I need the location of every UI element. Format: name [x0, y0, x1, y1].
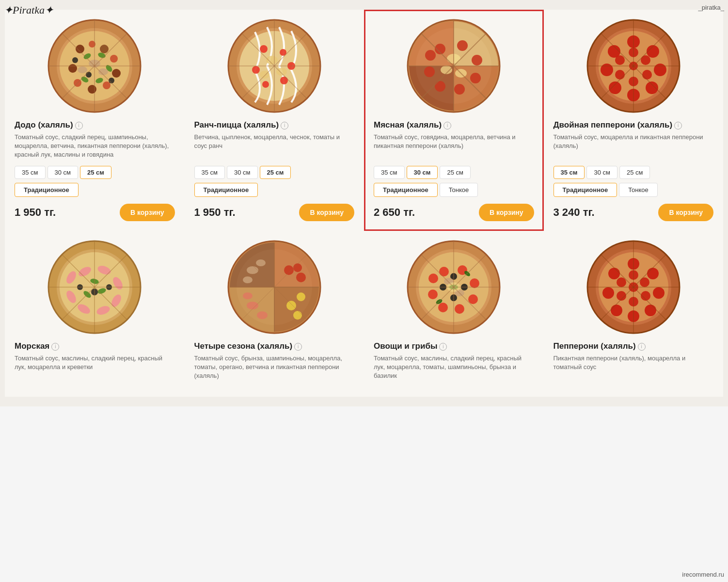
svg-point-105: [284, 265, 294, 275]
pizza-desc-meat: Томатный соус, говядина, моцарелла, ветч…: [374, 133, 534, 160]
svg-point-18: [78, 66, 87, 73]
svg-point-52: [425, 50, 436, 61]
size-buttons-ranch: 35 см30 см25 см: [194, 166, 291, 179]
svg-point-51: [424, 66, 435, 77]
pizza-price-ranch: 1 950 тг.: [194, 206, 236, 219]
pizza-name-veggie: Овощи и грибы: [374, 341, 437, 351]
svg-point-155: [602, 287, 614, 299]
svg-point-11: [68, 64, 77, 73]
svg-point-115: [297, 292, 305, 301]
cart-btn-pepperoni-double[interactable]: В корзину: [658, 204, 713, 221]
crust-buttons-meat: ТрадиционноеТонкое: [374, 183, 478, 197]
svg-point-6: [110, 55, 118, 63]
svg-point-114: [286, 301, 296, 310]
pizza-desc-dodo: Томатный соус, сладкий перец, шампиньоны…: [15, 133, 175, 160]
svg-point-107: [293, 263, 302, 272]
pizza-name-sea: Морская: [15, 341, 49, 351]
crust-btn-pepperoni-double-1[interactable]: Тонкое: [619, 183, 658, 197]
info-icon-pepperoni-double[interactable]: i: [674, 122, 682, 129]
pizza-image-veggie: [374, 239, 534, 336]
pizza-card-dodo: Додо (халяль)iТоматный соус, сладкий пер…: [5, 10, 185, 231]
svg-point-152: [645, 305, 656, 316]
pizza-image-pepperoni-double: [554, 17, 714, 114]
pizza-card-pepperoni-double: Двойная пепперони (халяль)iТоматный соус…: [544, 10, 724, 231]
svg-point-108: [247, 266, 258, 274]
svg-point-68: [609, 81, 621, 94]
svg-point-150: [647, 268, 659, 279]
svg-point-154: [611, 305, 622, 316]
svg-point-47: [472, 55, 482, 65]
pizza-desc-four-seasons: Томатный соус, брынза, шампиньоны, моцар…: [194, 354, 355, 381]
pizza-name-meat: Мясная (халяль): [374, 120, 442, 129]
svg-point-156: [608, 268, 620, 279]
info-icon-sea[interactable]: i: [51, 343, 59, 351]
svg-point-30: [260, 45, 268, 53]
size-btn-ranch-1[interactable]: 30 см: [227, 166, 258, 179]
watermark-top-left: ✦Piratka✦: [4, 4, 53, 16]
svg-point-21: [72, 57, 78, 63]
pizza-card-veggie: Овощи и грибыiТоматный соус, маслины, сл…: [364, 231, 544, 397]
crust-buttons-ranch: Традиционное: [194, 183, 258, 197]
info-icon-pepperoni[interactable]: i: [638, 343, 646, 351]
size-btn-dodo-2[interactable]: 25 см: [80, 166, 111, 179]
crust-btn-dodo-0[interactable]: Традиционное: [15, 183, 79, 197]
size-btn-ranch-2[interactable]: 25 см: [260, 166, 291, 179]
size-btn-pepperoni-double-1[interactable]: 30 см: [586, 166, 617, 179]
size-btn-pepperoni-double-2[interactable]: 25 см: [619, 166, 650, 179]
crust-btn-ranch-0[interactable]: Традиционное: [194, 183, 258, 197]
crust-buttons-pepperoni-double: ТрадиционноеТонкое: [554, 183, 658, 197]
crust-btn-pepperoni-double-0[interactable]: Традиционное: [554, 183, 617, 197]
svg-point-46: [457, 40, 468, 51]
info-icon-dodo[interactable]: i: [75, 122, 83, 129]
svg-point-20: [86, 72, 92, 78]
price-row-meat: 2 650 тг.В корзину: [374, 204, 534, 221]
pizza-image-sea: [15, 239, 175, 336]
svg-point-69: [601, 64, 613, 76]
size-btn-meat-0[interactable]: 35 см: [374, 166, 405, 179]
cart-btn-dodo[interactable]: В корзину: [120, 204, 175, 221]
size-btn-dodo-0[interactable]: 35 см: [15, 166, 46, 179]
svg-point-66: [646, 81, 658, 94]
svg-point-65: [654, 64, 666, 76]
pizza-price-pepperoni-double: 3 240 тг.: [554, 206, 595, 219]
pizza-name-ranch: Ранч-пицца (халяль): [194, 120, 279, 129]
size-btn-ranch-0[interactable]: 35 см: [194, 166, 225, 179]
svg-point-110: [243, 276, 253, 283]
info-icon-ranch[interactable]: i: [281, 122, 288, 129]
pizza-desc-sea: Томатный соус, маслины, сладкий перец, к…: [15, 354, 175, 381]
svg-point-48: [470, 73, 481, 83]
pizza-image-ranch: [194, 17, 355, 114]
price-row-dodo: 1 950 тг.В корзину: [15, 204, 175, 221]
svg-point-116: [293, 311, 302, 320]
info-icon-four-seasons[interactable]: i: [294, 343, 302, 351]
svg-point-9: [88, 85, 96, 94]
size-btn-dodo-1[interactable]: 30 см: [47, 166, 79, 179]
pizza-grid: Додо (халяль)iТоматный соус, сладкий пер…: [0, 0, 728, 406]
pizza-price-dodo: 1 950 тг.: [15, 206, 56, 219]
pizza-image-meat: [374, 17, 534, 114]
pizza-image-dodo: [15, 17, 175, 114]
size-btn-meat-1[interactable]: 30 см: [407, 166, 438, 179]
svg-point-8: [103, 81, 111, 89]
svg-point-130: [428, 290, 438, 299]
size-buttons-dodo: 35 см30 см25 см: [15, 166, 111, 179]
info-icon-meat[interactable]: i: [443, 122, 451, 129]
size-btn-meat-2[interactable]: 25 см: [440, 166, 471, 179]
pizza-desc-pepperoni-double: Томатный соус, моцарелла и пикантная пеп…: [554, 133, 714, 160]
info-icon-veggie[interactable]: i: [439, 343, 447, 351]
crust-btn-meat-0[interactable]: Традиционное: [374, 183, 438, 197]
svg-point-113: [243, 292, 253, 299]
svg-point-151: [653, 287, 665, 299]
svg-point-128: [455, 304, 464, 314]
size-btn-pepperoni-double-0[interactable]: 35 см: [554, 166, 585, 179]
svg-point-33: [280, 77, 288, 84]
pizza-name-pepperoni: Пепперони (халяль): [554, 341, 636, 351]
svg-point-109: [256, 259, 266, 266]
svg-point-111: [247, 302, 258, 309]
svg-point-129: [438, 303, 448, 312]
cart-btn-ranch[interactable]: В корзину: [299, 204, 354, 221]
cart-btn-meat[interactable]: В корзину: [479, 204, 534, 221]
svg-point-126: [470, 278, 479, 288]
crust-btn-meat-1[interactable]: Тонкое: [440, 183, 478, 197]
pizza-desc-pepperoni: Пикантная пепперони (халяль), моцарелла …: [554, 354, 714, 381]
